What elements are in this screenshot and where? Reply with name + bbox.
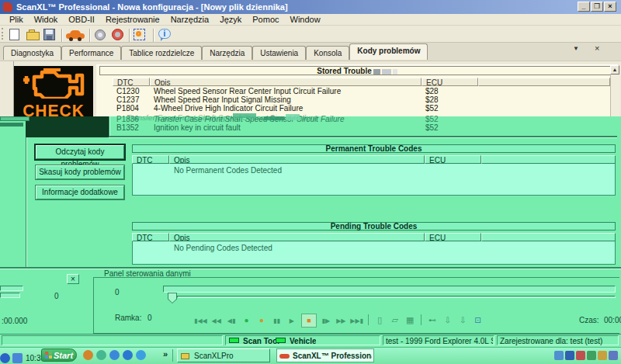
quick-launch-overflow-icon[interactable]: » — [163, 349, 168, 359]
column-ecu[interactable]: ECU — [425, 233, 481, 241]
open-file-icon[interactable] — [26, 28, 40, 41]
tab-scroll-caret-icon[interactable]: ▼ — [573, 45, 579, 52]
read-codes-button[interactable]: Odczytaj kody problemów — [36, 145, 124, 159]
pause-icon[interactable]: ▮▮ — [271, 315, 283, 328]
timeline-track[interactable] — [163, 286, 616, 293]
scroll-up-icon[interactable]: ▲ — [610, 65, 619, 75]
menu-narzedzia[interactable]: Narzędzia — [165, 15, 215, 24]
tab-kody-problemow[interactable]: Kody problemów — [349, 43, 428, 60]
download-icon[interactable]: ⇩ — [442, 314, 453, 327]
toolbar — [0, 26, 621, 43]
new-log-icon[interactable]: ▯ — [374, 314, 386, 326]
step-back-icon[interactable]: ◀▮ — [226, 315, 238, 328]
tray-icon[interactable] — [609, 351, 618, 360]
inspect-icon[interactable]: ⊡ — [472, 314, 484, 327]
minimize-button[interactable]: _ — [578, 2, 590, 12]
fast-forward-icon[interactable]: ▶▶ — [335, 315, 347, 328]
stop-icon[interactable]: ■ — [301, 314, 317, 328]
table-row[interactable]: P1804 4-Wheel Drive High Indicator Circu… — [113, 104, 610, 113]
menu-widok[interactable]: Widok — [29, 15, 64, 24]
tray-app-icon[interactable] — [12, 353, 23, 363]
glitch-artifact — [0, 123, 23, 127]
quick-launch-media-icon[interactable] — [136, 350, 146, 360]
open-log-icon[interactable]: ▱ — [389, 314, 401, 326]
pending-table-body: No Pending Codes Detected — [132, 241, 616, 265]
record-icon[interactable]: ● — [241, 314, 252, 327]
tab-performance[interactable]: Performance — [61, 46, 121, 60]
menu-plik[interactable]: Plik — [4, 15, 29, 24]
tab-close-icon[interactable]: × — [595, 43, 599, 53]
restore-button[interactable]: ❐ — [591, 2, 603, 12]
menu-window[interactable]: Window — [285, 15, 326, 24]
close-button[interactable]: × — [604, 2, 616, 12]
column-ecu[interactable]: ECU — [422, 78, 478, 86]
connect-icon[interactable] — [94, 28, 108, 41]
tab-diagnostyka[interactable]: Diagnostyka — [3, 46, 61, 60]
vehicle-icon[interactable] — [66, 28, 86, 41]
quick-launch-ie-icon[interactable] — [123, 350, 133, 360]
column-dtc[interactable]: DTC — [132, 233, 169, 241]
table-row[interactable]: B1352 Ignition key in circuit fault $52 — [113, 123, 610, 132]
menu-obd2[interactable]: OBD-II — [63, 15, 100, 24]
scan-tool-label: Scan Tool — [243, 336, 279, 346]
timeline-channel[interactable] — [177, 296, 616, 298]
column-opis[interactable]: Opis — [150, 78, 422, 86]
rewind-icon[interactable]: ◀◀ — [210, 315, 222, 328]
tab-ustawienia[interactable]: Ustawienia — [252, 46, 306, 60]
save-file-icon[interactable] — [43, 28, 56, 41]
glitch-artifact — [0, 116, 29, 121]
empty-message: No Permanent Codes Detected — [174, 166, 282, 175]
quick-launch-icon[interactable] — [109, 350, 120, 360]
column-opis[interactable]: Opis — [169, 155, 425, 164]
fragment-close-icon[interactable]: × — [67, 274, 79, 284]
status-section-registration: Zarejestrowane dla: test (test) — [497, 335, 619, 345]
clear-codes-button[interactable]: Skasuj kody problemów — [36, 165, 124, 179]
elapsed-time: :00.000 — [2, 317, 27, 325]
dashboard-icon[interactable] — [134, 28, 147, 41]
column-dtc[interactable]: DTC — [132, 155, 169, 164]
quick-launch-icon[interactable] — [96, 350, 106, 360]
disconnect-icon[interactable] — [111, 28, 125, 41]
tab-narzedzia[interactable]: Narzędzia — [202, 46, 252, 60]
menu-rejestrowanie[interactable]: Rejestrowanie — [100, 15, 165, 24]
tray-icon[interactable] — [554, 351, 564, 360]
menu-pomoc[interactable]: Pomoc — [247, 15, 284, 24]
start-button[interactable]: Start — [41, 348, 77, 362]
taskbar-item-scanxl[interactable]: ScanXL™ Professional... — [276, 348, 374, 362]
slider-value: 0 — [115, 288, 120, 296]
download-icon[interactable]: ⇩ — [457, 314, 469, 327]
tab-konsola[interactable]: Konsola — [306, 46, 349, 60]
tray-icon[interactable] — [565, 351, 574, 360]
new-file-icon[interactable] — [9, 28, 20, 41]
separator — [172, 349, 173, 362]
column-extra — [481, 155, 616, 164]
tray-app-icon[interactable] — [0, 353, 10, 363]
group-bottom-border — [109, 136, 617, 137]
play-icon[interactable]: ▶ — [286, 315, 297, 328]
export-icon[interactable]: ⊷ — [427, 314, 439, 327]
skip-back-icon[interactable]: ▮◀◀ — [194, 315, 207, 328]
tray-icon[interactable] — [598, 351, 607, 360]
status-section-connections: Scan Tool Vehicle — [225, 335, 380, 345]
column-ecu[interactable]: ECU — [425, 155, 481, 164]
menu-jezyk[interactable]: Język — [214, 15, 247, 24]
pending-codes-title: Pending Trouble Codes — [132, 222, 616, 231]
status-section-vehicle: test - 1999 Ford Explorer 4.0L SOHC — [383, 335, 494, 345]
table-row[interactable]: C1237 Wheel Speed Rear Input Signal Miss… — [113, 95, 610, 104]
additional-info-button[interactable]: Informacje dodatkowe — [36, 185, 124, 199]
quick-launch-browser-icon[interactable] — [83, 350, 93, 360]
tray-icon[interactable] — [587, 351, 596, 360]
taskbar-item-folder[interactable]: ScanXLPro — [177, 348, 270, 362]
permanent-codes-title: Permanent Trouble Codes — [132, 144, 616, 153]
tab-tablice-rozdzielcze[interactable]: Tablice rozdzielcze — [121, 46, 202, 60]
tray-icon[interactable] — [576, 351, 585, 360]
column-dtc[interactable]: DTC — [113, 78, 150, 86]
toolbar-grip[interactable] — [2, 28, 4, 40]
skip-end-icon[interactable]: ▶▶▮ — [350, 315, 363, 328]
column-opis[interactable]: Opis — [169, 233, 425, 241]
table-row[interactable]: C1230 Wheel Speed Sensor Rear Center Inp… — [113, 87, 610, 95]
marker-icon[interactable]: ● — [256, 314, 268, 327]
save-log-icon[interactable]: ▦ — [404, 314, 416, 326]
about-info-icon[interactable]: i — [158, 28, 172, 41]
step-forward-icon[interactable]: ▮▶ — [320, 315, 331, 328]
